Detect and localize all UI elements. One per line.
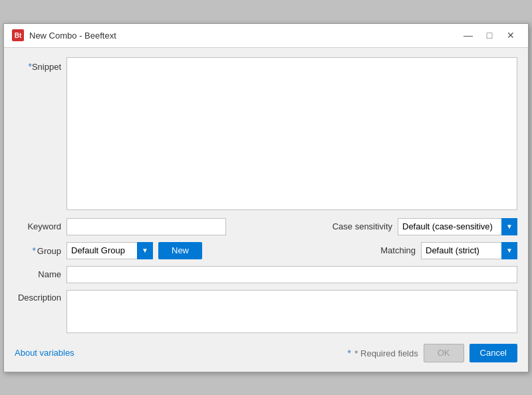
title-controls: — □ ✕ xyxy=(459,28,520,43)
case-sensitivity-label: Case sensitivity xyxy=(332,221,392,231)
keyword-input[interactable] xyxy=(66,218,226,235)
group-dropdown-wrapper: Default Group ▼ xyxy=(66,242,153,259)
about-variables-link[interactable]: About variables xyxy=(15,348,74,358)
matching-label: Matching xyxy=(380,245,416,255)
matching-dropdown-wrapper: Default (strict) Strict Loose ▼ xyxy=(421,242,517,259)
new-button[interactable]: New xyxy=(158,242,202,259)
case-sensitivity-select[interactable]: Default (case-sensitive) Case-sensitive … xyxy=(398,218,517,235)
group-select[interactable]: Default Group xyxy=(66,242,153,259)
ok-button[interactable]: OK xyxy=(424,344,464,362)
snippet-section: *Snippet xyxy=(15,57,517,210)
footer-row: About variables * * Required fields OK C… xyxy=(15,341,517,362)
group-row: *Group Default Group ▼ New Matching Defa… xyxy=(15,242,517,259)
minimize-button[interactable]: — xyxy=(459,28,477,43)
matching-select[interactable]: Default (strict) Strict Loose xyxy=(421,242,517,259)
required-fields-note: * * Required fields xyxy=(348,348,418,358)
group-required-dot: * xyxy=(32,245,35,256)
case-sensitivity-dropdown-wrapper: Default (case-sensitive) Case-sensitive … xyxy=(398,218,517,235)
description-label: Description xyxy=(15,290,61,303)
window-title: New Combo - Beeftext xyxy=(29,31,116,41)
group-label: *Group xyxy=(15,245,61,256)
name-input[interactable] xyxy=(66,266,517,283)
title-bar-left: Bt New Combo - Beeftext xyxy=(12,29,116,41)
snippet-label: *Snippet xyxy=(15,57,61,72)
title-bar: Bt New Combo - Beeftext — □ ✕ xyxy=(4,24,528,48)
required-star: * xyxy=(348,348,351,358)
maximize-button[interactable]: □ xyxy=(480,28,499,43)
keyword-label: Keyword xyxy=(15,221,61,231)
app-icon: Bt xyxy=(12,29,24,41)
description-input[interactable] xyxy=(66,290,517,333)
footer-right: * * Required fields OK Cancel xyxy=(348,344,517,362)
close-button[interactable]: ✕ xyxy=(501,28,520,43)
name-label: Name xyxy=(15,269,61,279)
main-window: Bt New Combo - Beeftext — □ ✕ *Snippet K… xyxy=(3,23,529,372)
snippet-input[interactable] xyxy=(66,57,517,210)
keyword-row: Keyword Case sensitivity Default (case-s… xyxy=(15,218,517,235)
window-content: *Snippet Keyword Case sensitivity Defaul… xyxy=(4,48,528,372)
description-row: Description xyxy=(15,290,517,333)
name-row: Name xyxy=(15,266,517,283)
cancel-button[interactable]: Cancel xyxy=(469,344,517,362)
